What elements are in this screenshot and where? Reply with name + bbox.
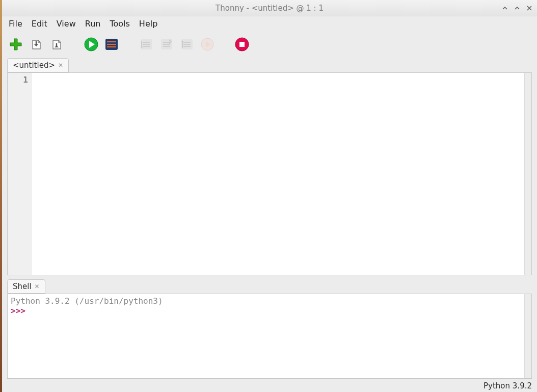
svg-rect-19 — [239, 42, 245, 47]
toolbar — [2, 31, 537, 58]
line-number-gutter: 1 — [8, 73, 32, 275]
save-file-button[interactable] — [48, 36, 65, 53]
step-into-icon — [159, 37, 174, 52]
resume-icon — [200, 37, 215, 52]
editor-tabs-row: <untitled> ✕ — [7, 58, 532, 72]
stop-icon — [234, 37, 250, 52]
shell-area: Python 3.9.2 (/usr/bin/python3) >>> — [7, 294, 532, 379]
editor-tab-untitled[interactable]: <untitled> ✕ — [7, 58, 69, 72]
line-number-1: 1 — [8, 75, 28, 85]
menu-help[interactable]: Help — [136, 17, 161, 30]
thonny-window: Thonny - <untitled> @ 1 : 1 File Edit Vi… — [2, 0, 537, 392]
editor-vertical-scrollbar[interactable] — [524, 73, 531, 275]
bug-icon — [104, 37, 119, 52]
step-into-button — [158, 36, 175, 53]
play-icon — [84, 37, 99, 52]
titlebar: Thonny - <untitled> @ 1 : 1 — [2, 0, 537, 16]
stop-button[interactable] — [233, 36, 251, 53]
new-file-button[interactable] — [7, 36, 24, 53]
debug-button[interactable] — [103, 36, 120, 53]
save-file-icon — [49, 37, 64, 51]
shell-vertical-scrollbar[interactable] — [524, 294, 531, 378]
window-rollup-button[interactable] — [500, 4, 509, 13]
step-over-button — [138, 36, 155, 53]
menu-file[interactable]: File — [5, 17, 26, 30]
shell-tabs-row: Shell ✕ — [7, 279, 532, 294]
step-out-icon — [179, 37, 195, 52]
open-file-button[interactable] — [28, 36, 45, 53]
window-controls — [500, 0, 534, 16]
shell-tab-label: Shell — [13, 282, 32, 291]
menu-run[interactable]: Run — [82, 17, 104, 30]
menu-view[interactable]: View — [53, 17, 79, 30]
close-shell-tab-icon[interactable]: ✕ — [35, 283, 40, 290]
run-button[interactable] — [83, 36, 100, 53]
resume-button — [199, 36, 216, 53]
window-close-button[interactable] — [525, 4, 534, 13]
status-bar: Python 3.9.2 — [2, 379, 537, 392]
menu-edit[interactable]: Edit — [28, 17, 51, 30]
editor-tab-label: <untitled> — [13, 61, 55, 70]
close-tab-icon[interactable]: ✕ — [58, 62, 63, 69]
open-file-icon — [29, 37, 43, 51]
window-maximize-button[interactable] — [513, 4, 522, 13]
window-title: Thonny - <untitled> @ 1 : 1 — [216, 4, 324, 13]
status-interpreter[interactable]: Python 3.9.2 — [484, 381, 532, 390]
editor-panel: <untitled> ✕ 1 — [7, 58, 532, 275]
shell-header-line: Python 3.9.2 (/usr/bin/python3) — [11, 296, 163, 306]
shell-prompt: >>> — [11, 306, 31, 316]
step-over-icon — [139, 37, 154, 52]
menubar: File Edit View Run Tools Help — [2, 16, 537, 31]
plus-icon — [9, 37, 23, 51]
step-out-button — [178, 36, 196, 53]
menu-tools[interactable]: Tools — [106, 17, 133, 30]
shell-panel: Shell ✕ Python 3.9.2 (/usr/bin/python3) … — [7, 279, 532, 379]
editor-area: 1 — [7, 72, 532, 275]
shell-text-area[interactable]: Python 3.9.2 (/usr/bin/python3) >>> — [8, 294, 524, 378]
code-text-area[interactable] — [32, 73, 524, 275]
shell-tab[interactable]: Shell ✕ — [7, 279, 45, 294]
